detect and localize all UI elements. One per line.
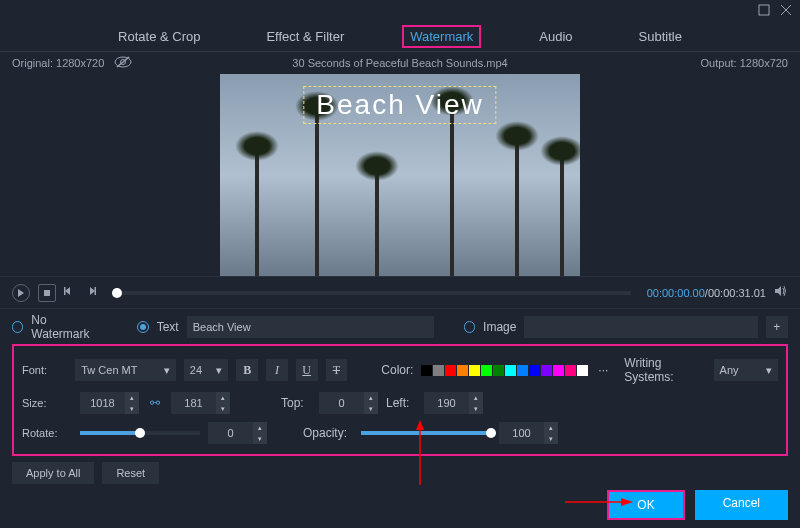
writing-systems-dropdown[interactable]: Any▾ xyxy=(714,359,778,381)
watermark-type-row: No Watermark Text Image + xyxy=(0,308,800,344)
italic-button[interactable]: I xyxy=(266,359,288,381)
svg-marker-6 xyxy=(18,289,24,297)
play-icon[interactable] xyxy=(12,284,30,302)
svg-rect-9 xyxy=(64,287,66,295)
playback-controls: 00:00:00.00/00:00:31.01 xyxy=(0,276,800,308)
opacity-spinner[interactable]: ▴▾ xyxy=(499,422,558,444)
color-swatches xyxy=(421,365,588,376)
svg-marker-10 xyxy=(90,287,95,295)
meta-row: Original: 1280x720 30 Seconds of Peacefu… xyxy=(0,52,800,74)
color-swatch[interactable] xyxy=(565,365,576,376)
output-resolution: Output: 1280x720 xyxy=(638,57,788,69)
maximize-icon[interactable] xyxy=(758,4,770,19)
color-swatch[interactable] xyxy=(433,365,444,376)
eye-off-icon[interactable] xyxy=(114,56,132,70)
reset-button[interactable]: Reset xyxy=(102,462,159,484)
filename: 30 Seconds of Peaceful Beach Sounds.mp4 xyxy=(162,57,638,69)
svg-rect-11 xyxy=(95,287,97,295)
apply-all-button[interactable]: Apply to All xyxy=(12,462,94,484)
close-icon[interactable] xyxy=(780,4,792,19)
font-label: Font: xyxy=(22,364,67,376)
color-swatch[interactable] xyxy=(577,365,588,376)
color-swatch[interactable] xyxy=(517,365,528,376)
stop-icon[interactable] xyxy=(38,284,56,302)
radio-image[interactable] xyxy=(464,321,475,333)
tab-rotate-crop[interactable]: Rotate & Crop xyxy=(110,25,208,48)
color-swatch[interactable] xyxy=(445,365,456,376)
rotate-slider[interactable] xyxy=(80,431,200,435)
watermark-overlay[interactable]: Beach View xyxy=(303,86,496,124)
radio-no-watermark[interactable] xyxy=(12,321,23,333)
original-resolution: Original: 1280x720 xyxy=(12,57,104,69)
color-swatch[interactable] xyxy=(505,365,516,376)
top-spinner[interactable]: ▴▾ xyxy=(319,392,378,414)
next-icon[interactable] xyxy=(84,285,96,300)
bold-button[interactable]: B xyxy=(236,359,258,381)
ok-button[interactable]: OK xyxy=(607,490,684,520)
color-swatch[interactable] xyxy=(457,365,468,376)
action-row: Apply to All Reset xyxy=(0,456,800,490)
svg-rect-7 xyxy=(44,290,50,296)
label-no-watermark: No Watermark xyxy=(31,313,102,341)
prev-icon[interactable] xyxy=(64,285,76,300)
left-spinner[interactable]: ▴▾ xyxy=(424,392,483,414)
properties-panel: Font: Tw Cen MT▾ 24▾ B I U T Color: ··· … xyxy=(12,344,788,456)
writing-systems-label: Writing Systems: xyxy=(624,356,705,384)
opacity-slider[interactable] xyxy=(361,431,491,435)
footer: OK Cancel xyxy=(607,490,788,520)
tab-subtitle[interactable]: Subtitle xyxy=(631,25,690,48)
progress-thumb[interactable] xyxy=(112,288,122,298)
volume-icon[interactable] xyxy=(774,284,788,301)
add-image-button[interactable]: + xyxy=(766,316,788,338)
label-image: Image xyxy=(483,320,516,334)
rotate-label: Rotate: xyxy=(22,427,72,439)
color-swatch[interactable] xyxy=(469,365,480,376)
width-spinner[interactable]: ▴▾ xyxy=(80,392,139,414)
image-watermark-input[interactable] xyxy=(524,316,757,338)
radio-text[interactable] xyxy=(137,321,148,333)
color-swatch[interactable] xyxy=(529,365,540,376)
time-display: 00:00:00.00/00:00:31.01 xyxy=(647,287,766,299)
cancel-button[interactable]: Cancel xyxy=(695,490,788,520)
color-swatch[interactable] xyxy=(421,365,432,376)
tab-audio[interactable]: Audio xyxy=(531,25,580,48)
tab-watermark[interactable]: Watermark xyxy=(402,25,481,48)
font-size-dropdown[interactable]: 24▾ xyxy=(184,359,229,381)
color-swatch[interactable] xyxy=(553,365,564,376)
color-swatch[interactable] xyxy=(493,365,504,376)
preview-video[interactable]: Beach View xyxy=(220,74,580,276)
progress-bar[interactable] xyxy=(112,291,631,295)
strikethrough-button[interactable]: T xyxy=(326,359,348,381)
top-label: Top: xyxy=(281,396,311,410)
text-watermark-input[interactable] xyxy=(187,316,434,338)
color-swatch[interactable] xyxy=(481,365,492,376)
size-label: Size: xyxy=(22,397,72,409)
underline-button[interactable]: U xyxy=(296,359,318,381)
svg-marker-8 xyxy=(65,287,70,295)
tab-effect-filter[interactable]: Effect & Filter xyxy=(258,25,352,48)
left-label: Left: xyxy=(386,396,416,410)
svg-line-5 xyxy=(117,57,129,67)
color-swatch[interactable] xyxy=(541,365,552,376)
color-label: Color: xyxy=(381,363,413,377)
font-family-dropdown[interactable]: Tw Cen MT▾ xyxy=(75,359,176,381)
more-colors-icon[interactable]: ··· xyxy=(598,363,608,377)
opacity-label: Opacity: xyxy=(303,426,353,440)
svg-rect-0 xyxy=(759,5,769,15)
titlebar xyxy=(0,0,800,22)
preview-area: Beach View xyxy=(0,74,800,276)
tabs: Rotate & Crop Effect & Filter Watermark … xyxy=(0,22,800,52)
label-text: Text xyxy=(157,320,179,334)
height-spinner[interactable]: ▴▾ xyxy=(171,392,230,414)
svg-marker-12 xyxy=(775,286,781,296)
link-aspect-icon[interactable]: ⚯ xyxy=(147,396,163,410)
rotate-spinner[interactable]: ▴▾ xyxy=(208,422,267,444)
